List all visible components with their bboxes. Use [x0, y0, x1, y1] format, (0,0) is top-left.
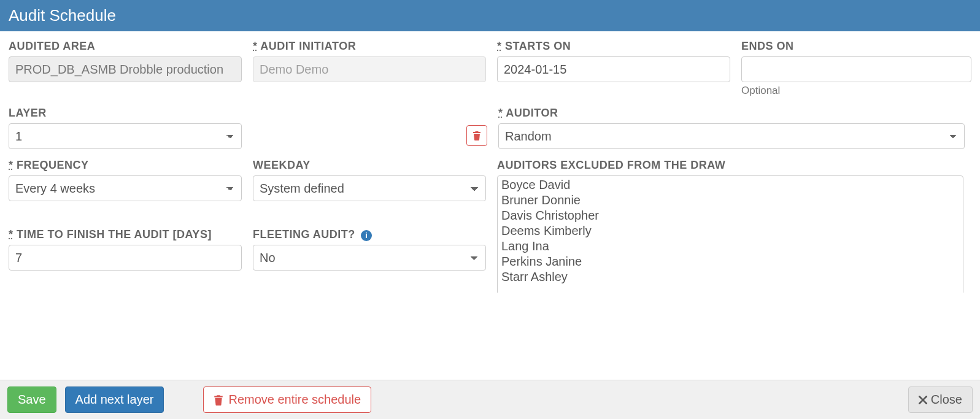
dialog-title: Audit Schedule [9, 6, 116, 25]
auditor-label: * AUDITOR [498, 107, 965, 120]
ends-on-input[interactable] [741, 56, 971, 82]
trash-icon [473, 131, 481, 140]
time-to-finish-input[interactable] [9, 245, 242, 271]
layer-select[interactable]: 1 [9, 123, 242, 149]
weekday-select[interactable]: System defined [253, 175, 486, 201]
list-item[interactable]: Perkins Janine [501, 254, 959, 269]
starts-on-label: * STARTS ON [497, 40, 730, 53]
time-to-finish-label: * TIME TO FINISH THE AUDIT [DAYS] [9, 228, 242, 241]
audited-area-label: AUDITED AREA [9, 40, 242, 53]
audit-initiator-select: Demo Demo [253, 56, 486, 82]
fleeting-select[interactable]: No [253, 245, 486, 271]
list-item[interactable]: Starr Ashley [501, 269, 959, 285]
layer-label: LAYER [9, 107, 242, 120]
audited-area-input [9, 56, 242, 82]
ends-on-label: ENDS ON [741, 40, 971, 53]
list-item[interactable]: Deems Kimberly [501, 223, 959, 239]
fleeting-label: FLEETING AUDIT? i [253, 228, 486, 241]
auditor-select[interactable]: Random [498, 123, 965, 149]
list-item[interactable]: Bruner Donnie [501, 193, 959, 208]
frequency-label: * FREQUENCY [9, 159, 242, 172]
frequency-select[interactable]: Every 4 weeks [9, 175, 242, 201]
dialog-header: Audit Schedule [0, 0, 980, 31]
list-item[interactable]: Boyce David [501, 177, 959, 193]
delete-layer-button[interactable] [466, 125, 487, 146]
excluded-label: AUDITORS EXCLUDED FROM THE DRAW [497, 159, 963, 172]
starts-on-input[interactable] [497, 56, 730, 82]
list-item[interactable]: Lang Ina [501, 239, 959, 254]
excluded-auditors-listbox[interactable]: Boyce DavidBruner DonnieDavis Christophe… [497, 175, 963, 293]
ends-on-hint: Optional [741, 85, 971, 97]
audit-initiator-label: * AUDIT INITIATOR [253, 40, 486, 53]
weekday-label: WEEKDAY [253, 159, 486, 172]
info-icon[interactable]: i [361, 230, 372, 241]
list-item[interactable]: Davis Christopher [501, 208, 959, 223]
dialog-body: AUDITED AREA * AUDIT INITIATOR Demo Demo… [0, 31, 980, 293]
